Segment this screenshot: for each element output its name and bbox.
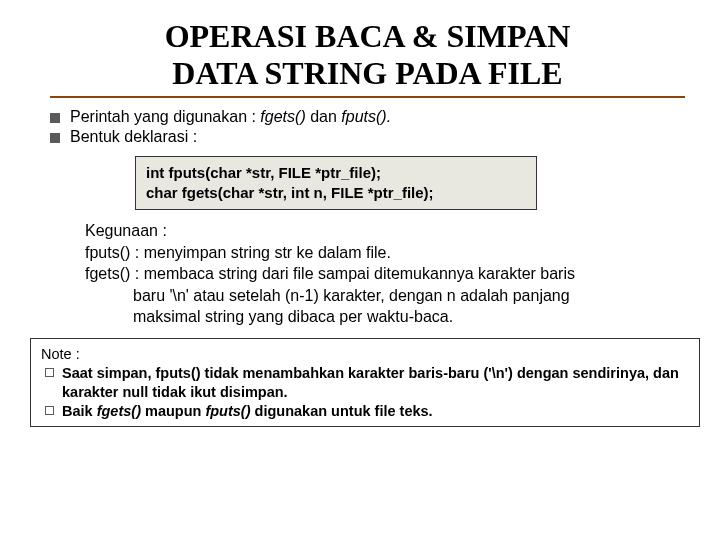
square-bullet-icon bbox=[50, 133, 60, 143]
text: dan bbox=[306, 108, 342, 125]
bullet-text: Perintah yang digunakan : fgets() dan fp… bbox=[70, 108, 391, 126]
title-line-1: OPERASI BACA & SIMPAN bbox=[165, 18, 571, 54]
fn-name: fputs(). bbox=[341, 108, 391, 125]
usage-line: fgets() : membaca string dari file sampa… bbox=[85, 263, 685, 285]
code-line: char fgets(char *str, int n, FILE *ptr_f… bbox=[146, 183, 526, 203]
usage-block: Kegunaan : fputs() : menyimpan string st… bbox=[85, 220, 685, 328]
usage-heading: Kegunaan : bbox=[85, 220, 685, 242]
hollow-square-bullet-icon bbox=[45, 368, 54, 377]
text: Perintah yang digunakan : bbox=[70, 108, 260, 125]
fn-name: fgets() bbox=[97, 403, 141, 419]
code-line: int fputs(char *str, FILE *ptr_file); bbox=[146, 163, 526, 183]
text: Baik bbox=[62, 403, 97, 419]
slide: OPERASI BACA & SIMPAN DATA STRING PADA F… bbox=[0, 0, 720, 447]
text: maupun bbox=[141, 403, 205, 419]
bullet-list: Perintah yang digunakan : fgets() dan fp… bbox=[50, 108, 685, 146]
fn-name: fgets() bbox=[260, 108, 305, 125]
hollow-square-bullet-icon bbox=[45, 406, 54, 415]
fn-name: fputs() bbox=[205, 403, 250, 419]
title-line-2: DATA STRING PADA FILE bbox=[172, 55, 562, 91]
note-box: Note : Saat simpan, fputs() tidak menamb… bbox=[30, 338, 700, 427]
note-heading: Note : bbox=[41, 345, 689, 364]
text: digunakan untuk file teks. bbox=[251, 403, 433, 419]
square-bullet-icon bbox=[50, 113, 60, 123]
page-title: OPERASI BACA & SIMPAN DATA STRING PADA F… bbox=[50, 18, 685, 98]
bullet-text: Bentuk deklarasi : bbox=[70, 128, 197, 146]
list-item: Baik fgets() maupun fputs() digunakan un… bbox=[45, 402, 689, 421]
list-item: Perintah yang digunakan : fgets() dan fp… bbox=[50, 108, 685, 126]
list-item: Saat simpan, fputs() tidak menambahkan k… bbox=[45, 364, 689, 402]
code-declaration-box: int fputs(char *str, FILE *ptr_file); ch… bbox=[135, 156, 537, 211]
usage-line: maksimal string yang dibaca per waktu-ba… bbox=[85, 306, 685, 328]
list-item: Bentuk deklarasi : bbox=[50, 128, 685, 146]
usage-line: fputs() : menyimpan string str ke dalam … bbox=[85, 242, 685, 264]
usage-line: baru '\n' atau setelah (n-1) karakter, d… bbox=[85, 285, 685, 307]
note-text: Baik fgets() maupun fputs() digunakan un… bbox=[62, 402, 433, 421]
note-text: Saat simpan, fputs() tidak menambahkan k… bbox=[62, 364, 689, 402]
